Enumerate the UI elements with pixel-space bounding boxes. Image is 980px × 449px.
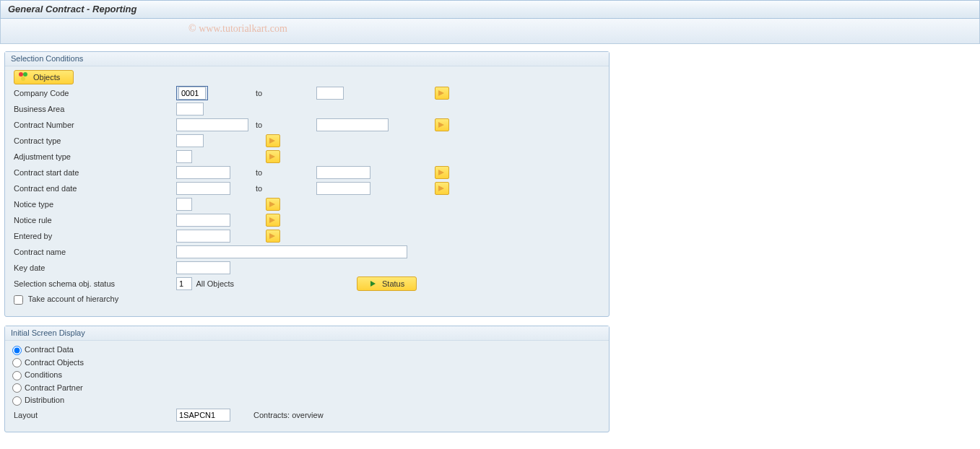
key-date-label: Key date xyxy=(12,260,175,276)
svg-point-1 xyxy=(23,72,27,77)
contract-number-multi-button[interactable] xyxy=(435,118,449,131)
radio-contract-data-label[interactable]: Contract Data xyxy=(12,345,74,354)
adjustment-type-label: Adjustment type xyxy=(12,149,175,165)
radio-conditions-label[interactable]: Conditions xyxy=(12,370,62,379)
status-button[interactable]: Status xyxy=(357,276,417,291)
layout-desc: Contracts: overview xyxy=(232,407,325,423)
initial-display-title: Initial Screen Display xyxy=(5,326,609,341)
page-title-bar: General Contract - Reporting xyxy=(0,0,980,19)
radio-distribution[interactable] xyxy=(12,396,22,406)
adjustment-type-multi-button[interactable] xyxy=(266,150,280,163)
contract-start-multi-button[interactable] xyxy=(435,166,449,179)
page-title: General Contract - Reporting xyxy=(8,4,136,14)
entered-by-label: Entered by xyxy=(12,228,175,244)
svg-marker-11 xyxy=(269,233,275,239)
contract-end-to[interactable] xyxy=(316,182,370,195)
layout-label: Layout xyxy=(12,407,175,423)
contract-end-to-label: to xyxy=(250,180,315,196)
business-area-label: Business Area xyxy=(12,101,175,117)
radio-contract-objects-label[interactable]: Contract Objects xyxy=(12,358,84,367)
contract-end-label: Contract end date xyxy=(12,180,175,196)
status-button-label: Status xyxy=(382,279,404,288)
contract-start-to-label: to xyxy=(250,165,315,180)
radio-distribution-label[interactable]: Distribution xyxy=(12,396,64,404)
svg-marker-12 xyxy=(370,281,376,287)
company-code-multi-button[interactable] xyxy=(435,87,449,100)
company-code-to[interactable] xyxy=(316,87,344,100)
notice-type-from[interactable] xyxy=(176,198,192,211)
objects-button-label: Objects xyxy=(33,73,60,82)
notice-type-multi-button[interactable] xyxy=(266,198,280,211)
contract-number-to-label: to xyxy=(250,117,315,133)
selection-conditions-group: Selection Conditions Objects xyxy=(4,51,610,317)
hierarchy-checkbox[interactable] xyxy=(14,295,23,305)
entered-by-multi-button[interactable] xyxy=(266,230,280,243)
watermark: © www.tutorialkart.com xyxy=(188,23,287,35)
selection-conditions-title: Selection Conditions xyxy=(5,52,609,66)
svg-marker-8 xyxy=(438,186,444,191)
svg-marker-4 xyxy=(438,122,444,128)
notice-type-label: Notice type xyxy=(12,196,175,212)
svg-marker-9 xyxy=(269,201,275,207)
entered-by-from[interactable] xyxy=(176,230,230,243)
key-date-field[interactable] xyxy=(176,261,230,274)
svg-point-0 xyxy=(19,72,23,77)
company-code-label: Company Code xyxy=(12,85,175,101)
layout-field[interactable] xyxy=(176,409,230,422)
hierarchy-label[interactable]: Take account of hierarchy xyxy=(14,295,118,303)
contract-end-multi-button[interactable] xyxy=(435,182,449,195)
svg-marker-5 xyxy=(269,138,275,144)
radio-contract-data[interactable] xyxy=(12,346,22,355)
contract-end-from[interactable] xyxy=(176,182,230,195)
contract-name-field[interactable] xyxy=(176,245,407,258)
svg-marker-7 xyxy=(438,170,444,175)
contract-start-label: Contract start date xyxy=(12,165,175,180)
svg-point-2 xyxy=(21,77,25,81)
notice-rule-label: Notice rule xyxy=(12,212,175,228)
contract-type-multi-button[interactable] xyxy=(266,134,280,147)
contract-number-label: Contract Number xyxy=(12,117,175,133)
contract-number-to[interactable] xyxy=(316,118,389,131)
radio-contract-partner[interactable] xyxy=(12,383,22,393)
status-icon xyxy=(369,279,378,288)
contract-type-from[interactable] xyxy=(176,134,204,147)
notice-rule-multi-button[interactable] xyxy=(266,214,280,227)
sel-schema-label: Selection schema obj. status xyxy=(12,276,175,292)
sel-schema-field[interactable] xyxy=(176,277,192,290)
objects-icon xyxy=(17,71,29,84)
contract-number-from[interactable] xyxy=(176,118,248,131)
sel-schema-desc: All Objects xyxy=(196,279,235,288)
radio-contract-objects[interactable] xyxy=(12,358,22,367)
contract-name-label: Contract name xyxy=(12,244,175,260)
contract-type-label: Contract type xyxy=(12,133,175,149)
svg-marker-6 xyxy=(269,154,275,160)
company-code-to-label: to xyxy=(250,85,315,101)
notice-rule-from[interactable] xyxy=(176,214,230,227)
company-code-from[interactable] xyxy=(178,87,206,100)
initial-display-group: Initial Screen Display Contract Data Con… xyxy=(4,326,610,432)
hierarchy-text: Take account of hierarchy xyxy=(28,295,118,303)
svg-marker-10 xyxy=(269,217,275,223)
objects-button[interactable]: Objects xyxy=(14,70,74,84)
contract-start-to[interactable] xyxy=(316,166,370,179)
content-area: Selection Conditions Objects xyxy=(0,44,980,448)
svg-marker-3 xyxy=(438,90,444,96)
adjustment-type-from[interactable] xyxy=(176,150,192,163)
contract-start-from[interactable] xyxy=(176,166,230,179)
radio-contract-partner-label[interactable]: Contract Partner xyxy=(12,383,83,392)
business-area-from[interactable] xyxy=(176,103,204,115)
toolbar: © www.tutorialkart.com xyxy=(0,19,980,44)
radio-conditions[interactable] xyxy=(12,371,22,380)
